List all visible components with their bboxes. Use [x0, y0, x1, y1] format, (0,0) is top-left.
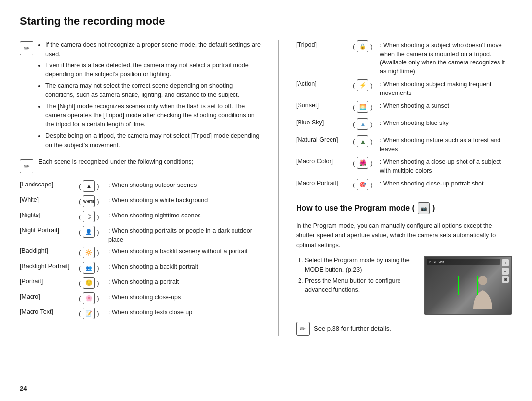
right-scene-row-tripod: [Tripod] ( 🔒 ) : When shooting a subject… — [296, 40, 512, 76]
right-desc-natural: : When shooting nature such as a forest … — [380, 135, 512, 154]
right-scene-row-action: [Action] ( ⚡ ) : When shooting subject m… — [296, 79, 512, 97]
program-step-1: Select the Program mode by using the MOD… — [305, 256, 416, 275]
right-column: [Tripod] ( 🔒 ) : When shooting a subject… — [296, 40, 512, 336]
scene-desc-nights: : When shooting nighttime scenes — [108, 211, 261, 220]
scene-desc-white: : When shooting a white background — [108, 195, 261, 205]
scene-label-backlight-portrait: [Backlight Portrait] — [20, 262, 79, 270]
right-desc-macro-color: : When shooting a close-up shot of a sub… — [380, 157, 512, 175]
scene-label-nights: [Nights] — [20, 211, 79, 218]
scene-icon-macro-text: ( 📝 ) — [79, 308, 108, 319]
macro-color-icon: 🌺 — [359, 159, 366, 166]
landscape-icon: ▲ — [86, 183, 92, 190]
scene-icon-macro: ( 🌸 ) — [79, 292, 108, 304]
sunset-icon: 🌅 — [359, 104, 366, 110]
scene-label-portrait: [Portrait] — [20, 277, 79, 285]
scene-label-macro-text: [Macro Text] — [20, 308, 79, 315]
page-title: Starting the recording mode — [20, 15, 512, 28]
see-note-text: See p.38 for further details. — [314, 325, 391, 332]
scene-row-landscape: [Landscape] ( ▲ ) : When shooting outdoo… — [20, 180, 261, 193]
natural-icon: ▲ — [360, 138, 366, 145]
nights-icon: ☽ — [86, 213, 92, 220]
focus-box — [458, 276, 478, 295]
scene-desc-landscape: : When shooting outdoor scenes — [108, 180, 261, 190]
right-label-action: [Action] — [296, 79, 353, 87]
camera-preview: P ISO WB + − ⊞ — [424, 256, 512, 315]
scene-intro-text: Each scene is recognized under the follo… — [38, 158, 193, 169]
scene-label-macro: [Macro] — [20, 292, 79, 300]
scene-icon-landscape: ( ▲ ) — [79, 180, 108, 192]
scene-desc-backlight-portrait: : When shooting a backlit portrait — [108, 262, 261, 272]
scene-icon-backlight: ( 🔆 ) — [79, 247, 108, 258]
scene-row-night-portrait: [Night Portrait] ( 👤 ) : When shooting p… — [20, 226, 261, 244]
right-label-natural: [Natural Green] — [296, 135, 353, 143]
pencil-icon: ✏ — [24, 44, 30, 52]
scene-icon-backlight-portrait: ( 👥 ) — [79, 262, 108, 274]
right-icon-action: ( ⚡ ) — [353, 79, 380, 91]
page-container: Starting the recording mode ✏ If the cam… — [0, 0, 532, 401]
note-icon-1: ✏ — [20, 41, 33, 55]
right-scene-row-bluesky: [Blue Sky] ( ▲ ) : When shooting blue sk… — [296, 118, 512, 132]
right-scene-row-natural: [Natural Green] ( ▲ ) : When shooting na… — [296, 135, 512, 154]
scene-desc-night-portrait: : When shooting portraits or people in a… — [108, 226, 261, 244]
camera-status-bar: P ISO WB — [427, 259, 500, 265]
macro-icon: 🌸 — [85, 295, 93, 302]
camera-status-text: P ISO WB — [429, 260, 444, 264]
right-icon-macro-color: ( 🌺 ) — [353, 157, 380, 169]
scene-label-backlight: [Backlight] — [20, 247, 79, 254]
tripod-icon: 🔒 — [359, 43, 366, 50]
scene-label-landscape: [Landscape] — [20, 180, 79, 188]
macro-portrait-icon: 🎯 — [359, 182, 366, 188]
scene-icon-night-portrait: ( 👤 ) — [79, 226, 108, 238]
program-title-text: How to use the Program mode ( — [296, 204, 415, 213]
scene-desc-macro: : When shooting close-ups — [108, 292, 261, 302]
macro-text-icon: 📝 — [85, 310, 92, 317]
right-desc-sunset: : When shooting a sunset — [380, 101, 512, 111]
action-icon: ⚡ — [359, 82, 366, 89]
left-column: ✏ If the camera does not recognize a pro… — [20, 40, 261, 336]
right-desc-action: : When shooting subject making frequent … — [380, 79, 512, 97]
program-mode-icon: 📷 — [418, 202, 430, 214]
right-label-sunset: [Sunset] — [296, 101, 353, 109]
scene-row-macro: [Macro] ( 🌸 ) : When shooting close-ups — [20, 292, 261, 305]
portrait-icon: 🙂 — [85, 279, 93, 286]
right-label-bluesky: [Blue Sky] — [296, 118, 353, 126]
scene-icon-nights: ( ☽ ) — [79, 211, 108, 222]
right-icon-macro-portrait: ( 🎯 ) — [353, 179, 380, 190]
cam-overlay-icon-3: ⊞ — [502, 276, 509, 283]
program-description: In the Program mode, you can manually co… — [296, 221, 512, 250]
pencil-icon-2: ✏ — [24, 162, 30, 170]
title-section: Starting the recording mode — [20, 15, 512, 31]
right-desc-macro-portrait: : When shooting close-up portrait shot — [380, 179, 512, 188]
scene-desc-backlight: : When shooting a backlit scenery withou… — [108, 247, 261, 256]
bluesky-icon: ▲ — [360, 121, 366, 128]
right-icon-sunset: ( 🌅 ) — [353, 101, 380, 113]
note-text-1: If the camera does not recognize a prope… — [38, 40, 261, 152]
program-title-bar: How to use the Program mode ( 📷 ) — [296, 202, 512, 216]
scene-desc-macro-text: : When shooting texts close up — [108, 308, 261, 317]
right-icon-natural: ( ▲ ) — [353, 135, 380, 147]
scene-row-white: [White] ( WHITE ) : When shooting a whit… — [20, 195, 261, 208]
camera-preview-inner: P ISO WB + − ⊞ — [425, 257, 511, 314]
backlight-icon: 🔆 — [85, 249, 92, 256]
program-steps-container: Select the Program mode by using the MOD… — [296, 256, 512, 315]
right-icon-bluesky: ( ▲ ) — [353, 118, 380, 130]
right-desc-tripod: : When shooting a subject who doesn't mo… — [380, 40, 512, 76]
right-scene-row-macro-portrait: [Macro Portrait] ( 🎯 ) : When shooting c… — [296, 179, 512, 192]
right-icon-tripod: ( 🔒 ) — [353, 40, 380, 52]
scene-label-night-portrait: [Night Portrait] — [20, 226, 79, 234]
right-scene-row-sunset: [Sunset] ( 🌅 ) : When shooting a sunset — [296, 101, 512, 115]
scene-icon-portrait: ( 🙂 ) — [79, 277, 108, 289]
camera-overlay-icons: + − ⊞ — [502, 259, 509, 283]
night-portrait-icon: 👤 — [85, 229, 92, 235]
program-title-end: ) — [432, 204, 435, 213]
scene-row-nights: [Nights] ( ☽ ) : When shooting nighttime… — [20, 211, 261, 223]
white-icon: WHITE — [83, 200, 95, 203]
right-desc-bluesky: : When shooting blue sky — [380, 118, 512, 128]
svg-point-0 — [478, 276, 487, 285]
note-bullet-4: The [Night] mode recognizes scenes only … — [45, 102, 261, 129]
program-section: How to use the Program mode ( 📷 ) In the… — [296, 202, 512, 336]
note-bullet-3: The camera may not select the correct sc… — [45, 81, 261, 100]
note-bullet-5: Despite being on a tripod, the camera ma… — [45, 131, 261, 150]
scene-icon-white: ( WHITE ) — [79, 195, 108, 207]
right-label-tripod: [Tripod] — [296, 40, 353, 48]
